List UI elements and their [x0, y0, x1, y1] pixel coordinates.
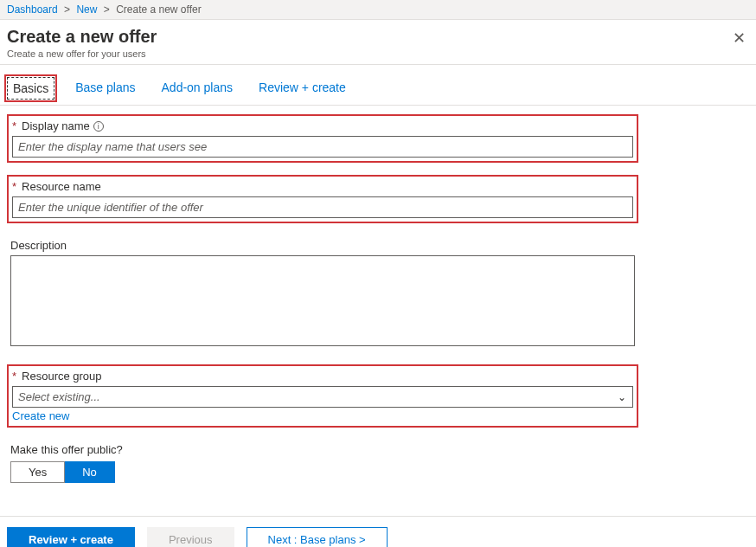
required-icon: *: [12, 119, 16, 132]
field-resource-name: * Resource name: [7, 175, 638, 223]
create-new-link[interactable]: Create new: [12, 409, 69, 422]
info-icon[interactable]: i: [93, 121, 104, 132]
description-input[interactable]: [10, 255, 635, 346]
display-name-label: * Display name i: [12, 119, 633, 132]
display-name-input[interactable]: [12, 136, 633, 158]
next-button[interactable]: Next : Base plans >: [247, 527, 388, 547]
breadcrumb: Dashboard > New > Create a new offer: [7, 3, 202, 16]
make-public-label-text: Make this offer public?: [10, 443, 123, 456]
breadcrumb-current: Create a new offer: [116, 3, 202, 16]
tab-review-create[interactable]: Review + create: [253, 77, 351, 100]
resource-name-label-text: Resource name: [22, 180, 101, 193]
field-make-public: Make this offer public? Yes No: [7, 440, 749, 486]
description-label: Description: [10, 239, 635, 252]
form-area: * Display name i * Resource name Descrip…: [0, 106, 756, 516]
resource-group-select-wrap: Select existing... ⌄: [12, 386, 633, 408]
tab-base-plans[interactable]: Base plans: [70, 77, 140, 100]
tab-add-on-plans[interactable]: Add-on plans: [157, 77, 239, 100]
field-resource-group: * Resource group Select existing... ⌄ Cr…: [7, 364, 638, 428]
resource-group-label-text: Resource group: [22, 370, 102, 383]
field-display-name: * Display name i: [7, 114, 638, 163]
resource-group-label: * Resource group: [12, 370, 633, 383]
page-subtitle: Create a new offer for your users: [7, 48, 749, 59]
breadcrumb-new[interactable]: New: [76, 3, 97, 16]
tab-bar: Basics Base plans Add-on plans Review + …: [0, 65, 756, 106]
previous-button: Previous: [147, 527, 234, 547]
toggle-no[interactable]: No: [65, 461, 115, 483]
required-icon: *: [12, 370, 16, 383]
display-name-label-text: Display name: [22, 119, 90, 132]
resource-group-select[interactable]: Select existing...: [12, 386, 633, 408]
review-create-button[interactable]: Review + create: [7, 527, 135, 547]
tab-basics[interactable]: Basics: [7, 77, 54, 100]
page-header: Create a new offer Create a new offer fo…: [0, 20, 756, 64]
description-label-text: Description: [10, 239, 67, 252]
required-icon: *: [12, 180, 16, 193]
page-title: Create a new offer: [7, 27, 749, 47]
close-button[interactable]: ✕: [733, 30, 746, 46]
toggle-yes[interactable]: Yes: [10, 461, 65, 483]
chevron-right-icon: >: [64, 3, 70, 16]
make-public-toggle: Yes No: [10, 461, 746, 483]
resource-name-label: * Resource name: [12, 180, 633, 193]
breadcrumb-bar: Dashboard > New > Create a new offer: [0, 0, 756, 20]
breadcrumb-dashboard[interactable]: Dashboard: [7, 3, 58, 16]
resource-name-input[interactable]: [12, 196, 633, 218]
close-icon: ✕: [733, 29, 746, 47]
make-public-label: Make this offer public?: [10, 443, 746, 456]
field-description: Description: [7, 235, 638, 352]
footer-bar: Review + create Previous Next : Base pla…: [0, 516, 756, 547]
chevron-right-icon: >: [104, 3, 110, 16]
